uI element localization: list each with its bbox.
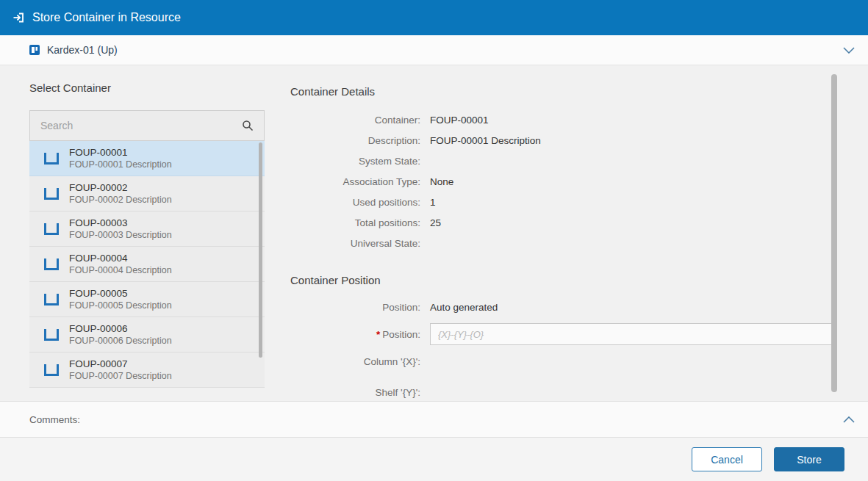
container-description: FOUP-00003 Description [69,230,172,240]
comments-label: Comments: [29,414,80,425]
container-item-text: FOUP-00002 FOUP-00002 Description [69,182,172,205]
container-icon [44,364,59,376]
kardex-resource-icon [29,45,40,55]
container-item-text: FOUP-00006 FOUP-00006 Description [69,323,172,346]
dialog-title: Store Container in Resource [32,11,181,24]
required-position-label-text: Position: [382,329,420,340]
store-container-icon [12,11,25,24]
list-scrollbar[interactable] [259,142,262,358]
container-description: FOUP-00006 Description [69,336,172,346]
detail-row-system-state: System State: [290,151,834,171]
resource-label: Kardex-01 (Up) [47,44,118,56]
detail-value: 25 [430,217,441,228]
container-name: FOUP-00004 [69,253,172,264]
container-details-panel: Container Details Container: FOUP-00001 … [290,85,834,401]
required-marker: * [376,329,380,340]
container-list-item[interactable]: FOUP-00004 FOUP-00004 Description [29,247,265,282]
container-details-heading: Container Details [290,85,834,98]
container-icon [44,258,59,270]
detail-value: 1 [430,197,436,208]
container-description: FOUP-00004 Description [69,265,172,275]
position-mode-row: Position: Auto generated [290,297,834,317]
cancel-button[interactable]: Cancel [692,447,762,471]
position-mode-label: Position: [290,302,430,313]
container-list-item[interactable]: FOUP-00005 FOUP-00005 Description [29,282,265,317]
container-description: FOUP-00001 Description [69,159,172,170]
container-item-text: FOUP-00005 FOUP-00005 Description [69,288,172,311]
container-name: FOUP-00002 [69,182,172,193]
detail-label: Total positions: [290,217,430,228]
container-icon [44,153,59,164]
detail-value: FOUP-00001 Description [430,135,541,146]
detail-row-association-type: Association Type: None [290,171,834,192]
container-list-item[interactable]: FOUP-00003 FOUP-00003 Description [29,211,265,247]
container-icon [44,188,59,200]
container-item-text: FOUP-00001 FOUP-00001 Description [69,147,172,170]
main-scrollbar[interactable] [831,74,837,392]
store-container-dialog: Store Container in Resource Kardex-01 (U… [0,0,868,481]
detail-label: Used positions: [290,197,430,208]
container-list: FOUP-00001 FOUP-00001 Description FOUP-0… [29,141,265,388]
required-position-row: *Position: [290,322,834,347]
search-icon[interactable] [242,120,254,131]
container-list-item[interactable]: FOUP-00002 FOUP-00002 Description [29,176,265,211]
detail-label: Container: [290,115,430,126]
dialog-header: Store Container in Resource [0,0,868,35]
detail-value: None [430,176,453,187]
container-description: FOUP-00007 Description [69,371,172,381]
position-input[interactable] [430,323,834,345]
detail-label: Universal State: [290,238,430,249]
container-list-item[interactable]: FOUP-00007 FOUP-00007 Description [29,352,265,388]
container-icon [44,294,59,305]
container-icon [44,329,59,341]
container-item-text: FOUP-00003 FOUP-00003 Description [69,217,172,240]
container-name: FOUP-00007 [69,358,172,369]
container-list-item[interactable]: FOUP-00001 FOUP-00001 Description [29,141,265,176]
container-details-fields: Container: FOUP-00001 Description: FOUP-… [290,109,834,253]
container-position-heading: Container Position [290,274,834,286]
container-name: FOUP-00005 [69,288,172,299]
container-description: FOUP-00005 Description [69,300,172,311]
detail-row-container: Container: FOUP-00001 [290,109,834,130]
store-button[interactable]: Store [774,447,844,471]
dialog-content: Select Container FOUP-00001 FOUP-00001 D… [0,65,868,401]
required-position-label: *Position: [290,329,430,340]
detail-label: Association Type: [290,176,430,187]
select-container-panel: Select Container FOUP-00001 FOUP-00001 D… [29,82,265,388]
column-row: Column '{X}': [290,351,834,372]
chevron-down-icon[interactable] [843,47,855,54]
detail-row-used-positions: Used positions: 1 [290,192,834,212]
detail-value: FOUP-00001 [430,115,489,126]
search-input[interactable] [40,120,236,131]
detail-label: System State: [290,156,430,167]
detail-label: Description: [290,135,430,146]
container-item-text: FOUP-00004 FOUP-00004 Description [69,253,172,275]
container-name: FOUP-00006 [69,323,172,334]
shelf-row: Shelf '{Y}': [290,382,834,401]
comments-section[interactable]: Comments: [0,401,868,438]
container-name: FOUP-00003 [69,217,172,228]
column-label: Column '{X}': [290,356,430,367]
resource-bar[interactable]: Kardex-01 (Up) [0,35,868,65]
container-item-text: FOUP-00007 FOUP-00007 Description [69,358,172,381]
search-box [29,110,265,141]
container-icon [44,223,59,235]
chevron-up-icon[interactable] [843,416,855,423]
dialog-footer: Cancel Store [0,438,868,481]
shelf-label: Shelf '{Y}': [290,387,430,398]
container-name: FOUP-00001 [69,147,172,158]
container-description: FOUP-00002 Description [69,195,172,205]
detail-row-universal-state: Universal State: [290,233,834,253]
container-list-item[interactable]: FOUP-00006 FOUP-00006 Description [29,317,265,352]
detail-row-description: Description: FOUP-00001 Description [290,130,834,151]
select-container-heading: Select Container [29,82,265,94]
position-mode-value: Auto generated [430,302,498,313]
detail-row-total-positions: Total positions: 25 [290,212,834,233]
